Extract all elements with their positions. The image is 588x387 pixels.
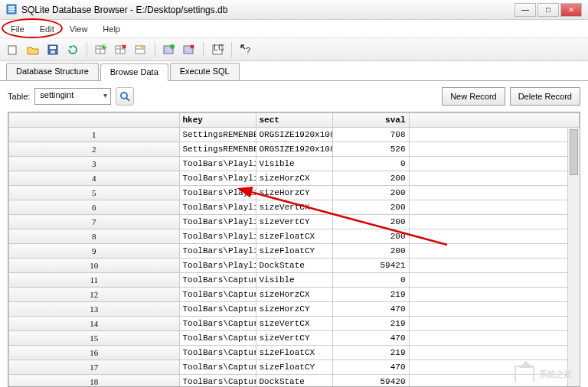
- cell-sect[interactable]: sizeFloatCY: [256, 244, 332, 259]
- table-row[interactable]: 11ToolBars\CaptureVisible0: [9, 273, 580, 288]
- cell-sval[interactable]: 219: [332, 346, 409, 360]
- table-select[interactable]: settingint: [34, 88, 111, 105]
- cell-hkey[interactable]: ToolBars\Capture: [179, 375, 256, 388]
- cell-sect[interactable]: sizeVertCY: [256, 215, 332, 229]
- cell-sect[interactable]: DockState: [256, 259, 332, 273]
- table-row[interactable]: 7ToolBars\PlaylissizeVertCY200: [9, 215, 580, 229]
- log-icon[interactable]: LOG: [209, 41, 226, 58]
- close-button[interactable]: ✕: [560, 3, 582, 17]
- table-row[interactable]: 8ToolBars\PlaylissizeFloatCX200: [9, 229, 580, 244]
- menu-file[interactable]: File: [3, 21, 32, 37]
- col-hkey[interactable]: hkey: [179, 113, 256, 128]
- cell-sval[interactable]: 219: [332, 288, 409, 302]
- cell-sect[interactable]: sizeVertCX: [256, 200, 332, 215]
- minimize-button[interactable]: —: [514, 3, 536, 17]
- cell-sval[interactable]: 59420: [332, 375, 409, 388]
- new-db-icon[interactable]: [5, 41, 21, 58]
- tab-execute-sql[interactable]: Execute SQL: [170, 63, 240, 80]
- table-row[interactable]: 14ToolBars\CapturesizeVertCX219: [9, 317, 580, 331]
- table-row[interactable]: 13ToolBars\CapturesizeHorzCY470: [9, 302, 580, 317]
- cell-hkey[interactable]: ToolBars\Capture: [179, 331, 256, 346]
- cell-sect[interactable]: sizeFloatCX: [256, 346, 332, 360]
- tab-structure[interactable]: Database Structure: [6, 63, 99, 80]
- table-row[interactable]: 5ToolBars\PlaylissizeHorzCY200: [9, 186, 580, 200]
- table-row[interactable]: 16ToolBars\CapturesizeFloatCX219: [9, 346, 580, 360]
- cell-hkey[interactable]: ToolBars\Capture: [179, 302, 256, 317]
- cell-sect[interactable]: ORGSIZE1920x1080: [256, 142, 332, 157]
- cell-sval[interactable]: 200: [332, 244, 409, 259]
- cell-sect[interactable]: ORGSIZE1920x1080: [256, 128, 332, 142]
- cell-sval[interactable]: 470: [332, 302, 409, 317]
- new-record-button[interactable]: New Record: [442, 87, 505, 106]
- tab-browse-data[interactable]: Browse Data: [100, 63, 168, 81]
- cell-sect[interactable]: Visible: [256, 273, 332, 288]
- col-sval[interactable]: sval: [332, 113, 409, 128]
- cell-hkey[interactable]: ToolBars\Playlis: [179, 200, 256, 215]
- menu-view[interactable]: View: [62, 21, 96, 37]
- help-icon[interactable]: ?: [237, 41, 254, 58]
- table-row[interactable]: 4ToolBars\PlaylissizeHorzCX200: [9, 171, 580, 186]
- cell-hkey[interactable]: SettingsREMENBER: [179, 128, 256, 142]
- cell-hkey[interactable]: ToolBars\Capture: [179, 360, 256, 375]
- cell-hkey[interactable]: ToolBars\Playlis: [179, 157, 256, 171]
- cell-sect[interactable]: sizeVertCX: [256, 317, 332, 331]
- cell-sval[interactable]: 200: [332, 229, 409, 244]
- open-db-icon[interactable]: [24, 41, 41, 58]
- delete-record-button[interactable]: Delete Record: [510, 87, 580, 106]
- search-button[interactable]: [116, 87, 134, 106]
- cell-sval[interactable]: 470: [332, 360, 409, 375]
- modify-table-icon[interactable]: [132, 41, 149, 58]
- maximize-button[interactable]: □: [537, 3, 559, 17]
- cell-hkey[interactable]: ToolBars\Capture: [179, 288, 256, 302]
- cell-hkey[interactable]: ToolBars\Playlis: [179, 229, 256, 244]
- cell-sect[interactable]: sizeHorzCX: [256, 171, 332, 186]
- table-row[interactable]: 2SettingsREMENBERORGSIZE1920x1080526: [9, 142, 580, 157]
- cell-sect[interactable]: sizeFloatCY: [256, 360, 332, 375]
- table-row[interactable]: 17ToolBars\CapturesizeFloatCY470: [9, 360, 580, 375]
- cell-hkey[interactable]: ToolBars\Playlis: [179, 259, 256, 273]
- menu-help[interactable]: Help: [95, 21, 128, 37]
- table-row[interactable]: 18ToolBars\CaptureDockState59420: [9, 375, 580, 388]
- cell-sect[interactable]: sizeHorzCY: [256, 302, 332, 317]
- cell-hkey[interactable]: ToolBars\Playlis: [179, 186, 256, 200]
- table-row[interactable]: 3ToolBars\PlaylisVisible0: [9, 157, 580, 171]
- col-rownum[interactable]: [9, 113, 180, 128]
- cell-sval[interactable]: 200: [332, 186, 409, 200]
- cell-sect[interactable]: Visible: [256, 157, 332, 171]
- cell-sval[interactable]: 200: [332, 200, 409, 215]
- cell-sval[interactable]: 470: [332, 331, 409, 346]
- create-index-icon[interactable]: [161, 41, 178, 58]
- cell-sect[interactable]: sizeVertCY: [256, 331, 332, 346]
- cell-sval[interactable]: 0: [332, 273, 409, 288]
- col-sect[interactable]: sect: [256, 113, 332, 128]
- cell-hkey[interactable]: ToolBars\Capture: [179, 317, 256, 331]
- cell-hkey[interactable]: ToolBars\Capture: [179, 346, 256, 360]
- cell-sval[interactable]: 708: [332, 128, 409, 142]
- cell-sect[interactable]: sizeHorzCX: [256, 288, 332, 302]
- cell-sval[interactable]: 0: [332, 157, 409, 171]
- cell-sect[interactable]: sizeFloatCX: [256, 229, 332, 244]
- vertical-scrollbar[interactable]: [567, 128, 580, 386]
- data-table[interactable]: hkey sect sval 1SettingsREMENBERORGSIZE1…: [8, 112, 580, 387]
- table-row[interactable]: 12ToolBars\CapturesizeHorzCX219: [9, 288, 580, 302]
- delete-index-icon[interactable]: [181, 41, 198, 58]
- cell-hkey[interactable]: ToolBars\Playlis: [179, 215, 256, 229]
- table-row[interactable]: 6ToolBars\PlaylissizeVertCX200: [9, 200, 580, 215]
- cell-hkey[interactable]: SettingsREMENBER: [179, 142, 256, 157]
- table-row[interactable]: 9ToolBars\PlaylissizeFloatCY200: [9, 244, 580, 259]
- revert-icon[interactable]: [64, 41, 81, 58]
- table-row[interactable]: 1SettingsREMENBERORGSIZE1920x1080708: [9, 128, 580, 142]
- menu-edit[interactable]: Edit: [32, 21, 62, 37]
- cell-sval[interactable]: 59421: [332, 259, 409, 273]
- cell-sval[interactable]: 219: [332, 317, 409, 331]
- table-row[interactable]: 10ToolBars\PlaylisDockState59421: [9, 259, 580, 273]
- cell-sect[interactable]: sizeHorzCY: [256, 186, 332, 200]
- cell-sect[interactable]: DockState: [256, 375, 332, 388]
- scroll-thumb[interactable]: [570, 129, 578, 175]
- create-table-icon[interactable]: +: [93, 41, 109, 58]
- delete-table-icon[interactable]: [113, 41, 129, 58]
- cell-hkey[interactable]: ToolBars\Capture: [179, 273, 256, 288]
- cell-sval[interactable]: 526: [332, 142, 409, 157]
- table-row[interactable]: 15ToolBars\CapturesizeVertCY470: [9, 331, 580, 346]
- cell-hkey[interactable]: ToolBars\Playlis: [179, 244, 256, 259]
